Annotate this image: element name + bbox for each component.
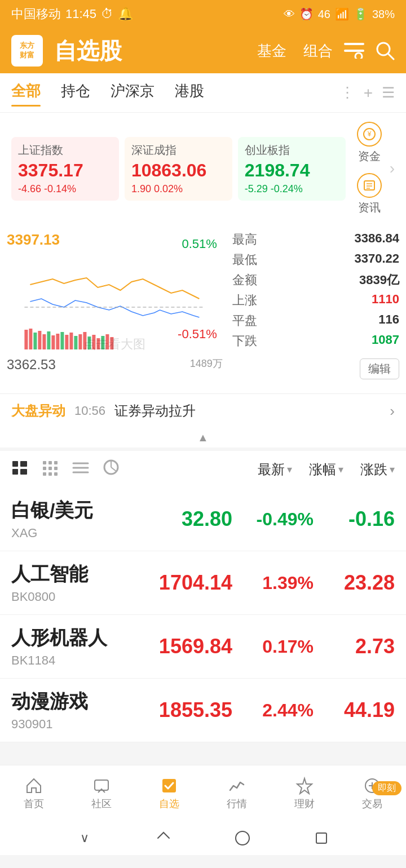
community-icon [92, 777, 111, 795]
nav-trade[interactable]: 交易 即刻 [338, 777, 406, 811]
stat-flat-value: 116 [378, 312, 399, 329]
nav-watchlist[interactable]: 自选 [135, 777, 203, 811]
sort-area: 最新 ▾ 涨幅 ▾ 涨跌 ▾ [258, 460, 395, 479]
tab-extra-icons: ⋮ + ☰ [340, 84, 395, 102]
stock-item-0[interactable]: 白银/美元 XAG 32.80 -0.49% -0.16 [0, 488, 406, 551]
stat-flat-row: 平盘 116 [232, 312, 399, 329]
cy-index-card[interactable]: 创业板指 2198.74 -5.29 -0.24% [238, 137, 346, 201]
tab-all[interactable]: 全部 [11, 81, 41, 104]
stock-info-3: 动漫游戏 930901 [11, 689, 142, 732]
more-arrow-icon[interactable]: › [390, 160, 395, 178]
svg-rect-14 [38, 331, 41, 349]
tab-position[interactable]: 持仓 [61, 81, 90, 104]
chart-right: 最高 3386.84 最低 3370.22 金额 3839亿 上涨 1110 平… [227, 231, 399, 379]
nav-home[interactable]: 首页 [0, 777, 68, 811]
stock-data-1: 1704.14 1.39% 23.28 [142, 571, 395, 595]
sort-change[interactable]: 涨幅 ▾ [309, 460, 343, 479]
view-list-icon[interactable] [72, 459, 89, 480]
list-header: 最新 ▾ 涨幅 ▾ 涨跌 ▾ [0, 448, 406, 488]
stock-item-2[interactable]: 人形机器人 BK1184 1569.84 0.17% 2.73 [0, 615, 406, 679]
stock-pct-2: 0.17% [246, 636, 314, 657]
tab-shenzhen[interactable]: 沪深京 [111, 81, 155, 104]
svg-rect-12 [29, 329, 32, 349]
cy-index-name: 创业板指 [245, 143, 339, 158]
svg-rect-23 [78, 334, 82, 349]
status-right: 👁 ⏰ 46 📶 🔋 38% [284, 7, 395, 21]
add-icon[interactable]: + [364, 84, 373, 102]
sz-index-card[interactable]: 深证成指 10863.06 1.90 0.02% [125, 137, 232, 201]
market-alert[interactable]: 大盘异动 10:56 证券异动拉升 › [0, 393, 406, 428]
battery-icon: 🔋 [354, 7, 368, 21]
stat-high-value: 3386.84 [354, 231, 399, 248]
edit-button[interactable]: 编辑 [360, 358, 399, 379]
nav-finance[interactable]: 理财 [271, 777, 338, 811]
logo-line2: 财富 [20, 51, 34, 60]
news-tool[interactable]: 资讯 [357, 173, 382, 215]
nav-market[interactable]: 行情 [203, 777, 271, 811]
stock-info-1: 人工智能 BK0800 [11, 561, 142, 604]
sh-index-card[interactable]: 上证指数 3375.17 -4.66 -0.14% [11, 137, 119, 201]
tab-hk[interactable]: 港股 [175, 81, 204, 104]
nav-portfolio[interactable]: 组合 [303, 41, 333, 61]
timer-icon: ⏱ [101, 7, 113, 21]
svg-rect-40 [48, 467, 52, 470]
sort-latest[interactable]: 最新 ▾ [258, 460, 292, 479]
sys-nav-bar: ∨ [0, 821, 406, 855]
view-grid-icon[interactable] [42, 459, 59, 480]
sort-chg[interactable]: 涨跌 ▾ [360, 460, 395, 479]
svg-rect-36 [43, 461, 46, 464]
sort-chg-arrow: ▾ [390, 463, 395, 476]
market-icon [228, 777, 246, 795]
wifi-icon: 📶 [335, 7, 349, 21]
nav-finance-label: 理财 [294, 797, 315, 811]
chart-price-bottom: 3362.53 [7, 357, 56, 373]
svg-rect-18 [56, 334, 59, 349]
status-left: 中国移动 11:45 ⏱ 🔔 [11, 6, 133, 23]
chart-area[interactable]: 3397.13 [0, 224, 406, 393]
filter-icon[interactable]: ⋮ [340, 84, 355, 101]
svg-rect-58 [316, 833, 326, 843]
stat-low-value: 3370.22 [354, 251, 399, 268]
stat-up-label: 上涨 [232, 292, 257, 309]
svg-point-57 [236, 831, 249, 845]
svg-rect-38 [54, 461, 58, 464]
recents-button[interactable] [232, 828, 253, 848]
tab-bar: 全部 持仓 沪深京 港股 ⋮ + ☰ [0, 73, 406, 113]
cy-index-value: 2198.74 [245, 160, 339, 181]
svg-rect-21 [69, 333, 73, 349]
stock-item-3[interactable]: 动漫游戏 930901 1855.35 2.44% 44.19 [0, 679, 406, 742]
sz-index-name: 深证成指 [131, 143, 226, 158]
app-switch-button[interactable] [311, 828, 332, 848]
svg-rect-11 [24, 330, 28, 349]
back-button[interactable]: ∨ [74, 828, 95, 848]
stock-price-3: 1855.35 [142, 698, 232, 722]
stock-code-0: XAG [11, 526, 142, 541]
svg-rect-22 [74, 336, 77, 349]
chart-change-pos: 0.51% [182, 237, 217, 251]
market-tools: ¥ 资金 资讯 [351, 122, 382, 215]
search-icon[interactable] [376, 41, 395, 60]
app-header: 东方 财富 自选股 基金 组合 [0, 28, 406, 73]
view-circle-icon[interactable] [103, 459, 120, 480]
view-single-icon[interactable] [11, 459, 28, 480]
stock-name-1: 人工智能 [11, 561, 142, 587]
collapse-arrow[interactable]: ▲ [0, 428, 406, 448]
fund-tool[interactable]: ¥ 资金 [357, 122, 382, 164]
battery-pct: 38% [372, 8, 395, 21]
home-button[interactable] [153, 828, 174, 848]
sh-index-change: -4.66 -0.14% [18, 183, 112, 195]
nav-community[interactable]: 社区 [68, 777, 135, 811]
nav-trade-label: 交易 [362, 797, 382, 811]
svg-rect-20 [65, 335, 68, 349]
chart-left: 3397.13 [7, 231, 223, 387]
sort-icon[interactable]: ☰ [382, 84, 395, 101]
stock-item-1[interactable]: 人工智能 BK0800 1704.14 1.39% 23.28 [0, 551, 406, 615]
stat-high-row: 最高 3386.84 [232, 231, 399, 248]
sort-latest-arrow: ▾ [287, 463, 292, 476]
spacer [0, 742, 406, 765]
nav-community-label: 社区 [91, 797, 112, 811]
fund-label: 资金 [358, 149, 381, 164]
nav-fund[interactable]: 基金 [257, 41, 286, 61]
menu-icon[interactable] [344, 43, 364, 59]
svg-rect-41 [54, 467, 58, 470]
